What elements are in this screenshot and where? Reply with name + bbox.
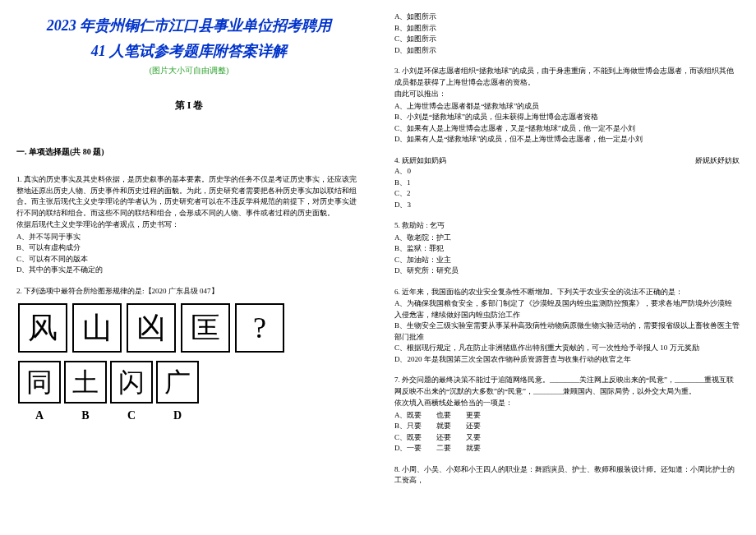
- q3-option-c: C、如果有人是上海世博会志愿者，又是“拯救地球”成员，他一定不是小刘: [394, 123, 740, 135]
- q2-box: ?: [235, 303, 284, 353]
- q3-stem: 3. 小刘是环保志愿者组织“拯救地球”的成员，由于身患重病，不能到上海做世博会志…: [394, 66, 740, 88]
- q5-stem: 5. 救助站 : 乞丐: [394, 220, 740, 232]
- doc-title-line2: 41 人笔试参考题库附答案详解: [16, 40, 362, 62]
- q2-option-labels: A B C D: [18, 407, 362, 424]
- question-5: 5. 救助站 : 乞丐 A、敬老院：护工 B、监狱：罪犯 C、加油站：业主 D、…: [394, 220, 740, 277]
- left-column: 2023 年贵州铜仁市江口县事业单位招考聘用 41 人笔试参考题库附答案详解 (…: [0, 0, 378, 535]
- q4-option-a: A、0: [394, 166, 740, 178]
- orphan-option-d: D、如图所示: [394, 45, 740, 57]
- right-column: A、如图所示 B、如图所示 C、如图所示 D、如图所示 3. 小刘是环保志愿者组…: [378, 0, 756, 535]
- section-1-heading: 一. 单项选择题(共 80 题): [16, 145, 362, 158]
- q1-option-c: C、可以有不同的版本: [16, 254, 362, 265]
- q3-option-a: A、上海世博会志愿者都是“拯救地球”的成员: [394, 101, 740, 113]
- q6-stem: 6. 近年来，我国面临的农业安全复杂性不断增加。下列关于农业安全的说法不正确的是…: [394, 287, 740, 298]
- q2-label-a: A: [18, 407, 61, 424]
- q2-box: 风: [18, 303, 67, 353]
- q2-label-d: D: [156, 407, 199, 424]
- q1-stem: 1. 真实的历史事实及其史料依据，是历史叙事的基本要素。历史学的任务不仅是考证历…: [16, 174, 362, 219]
- q2-box: 凶: [127, 303, 176, 353]
- q8-stem: 8. 小周、小吴、小郑和小王四人的职业是：舞蹈演员、护士、教师和服装设计师。还知…: [394, 464, 740, 487]
- q7-option-a: A、既要 也要 更要: [394, 410, 740, 422]
- q2-label-c: C: [110, 407, 153, 424]
- q5-option-a: A、敬老院：护工: [394, 233, 740, 244]
- orphan-option-c: C、如图所示: [394, 34, 740, 45]
- q4-right: 娇妮妖妤妨奴: [695, 155, 740, 167]
- q4-option-b: B、1: [394, 178, 740, 189]
- question-1: 1. 真实的历史事实及其史料依据，是历史叙事的基本要素。历史学的任务不仅是考证历…: [16, 174, 362, 276]
- orphan-option-a: A、如图所示: [394, 12, 740, 23]
- q4-stem-row: 4. 妩妍如如奶妈 娇妮妖妤妨奴: [394, 155, 740, 167]
- q1-option-b: B、可以有虚构成分: [16, 242, 362, 254]
- question-8: 8. 小周、小吴、小郑和小王四人的职业是：舞蹈演员、护士、教师和服装设计师。还知…: [394, 464, 740, 487]
- q6-option-d: D、2020 年是我国第三次全国农作物种质资源普查与收集行动的收官之年: [394, 354, 740, 366]
- orphan-option-b: B、如图所示: [394, 23, 740, 35]
- q5-option-c: C、加油站：业主: [394, 255, 740, 266]
- q2-figure: 风 山 凶 匡 ? 同 土 闪 广 A B C D: [18, 303, 362, 424]
- q6-option-a: A、为确保我国粮食安全，多部门制定了《沙漠蝗及国内蝗虫监测防控预案》，要求各地严…: [394, 298, 740, 321]
- image-resize-note: (图片大小可自由调整): [16, 64, 362, 76]
- q1-lead: 依据后现代主义史学理论的学者观点，历史书写：: [16, 219, 362, 231]
- q4-left: 4. 妩妍如如奶妈: [394, 155, 446, 167]
- q2-box: 山: [72, 303, 122, 353]
- q1-option-a: A、并不等同于事实: [16, 232, 362, 243]
- q2-figure-row1: 风 山 凶 匡 ?: [18, 303, 362, 353]
- orphan-options-top: A、如图所示 B、如图所示 C、如图所示 D、如图所示: [394, 12, 740, 56]
- q2-stem: 2. 下列选项中最符合所给图形规律的是:【2020 广东县级 047】: [16, 286, 362, 297]
- question-4: 4. 妩妍如如奶妈 娇妮妖妤妨奴 A、0 B、1 C、2 D、3: [394, 155, 740, 211]
- q6-option-b: B、生物安全三级实验室需要从事某种高致病性动物病原微生物实验活动的，需要报省级以…: [394, 321, 740, 343]
- q2-box: 广: [156, 361, 199, 404]
- q7-option-b: B、只要 就要 还要: [394, 421, 740, 432]
- q1-option-d: D、其中的事实是不确定的: [16, 265, 362, 276]
- volume-heading: 第 I 卷: [16, 98, 362, 113]
- q3-option-d: D、如果有人是“拯救地球”的成员，但不是上海世博会志愿者，他一定是小刘: [394, 134, 740, 145]
- q2-box: 闪: [110, 361, 153, 404]
- question-7: 7. 外交问题的最终决策不能过于追随网络民意。________关注网上反映出来的…: [394, 375, 740, 454]
- q2-figure-row2: 同 土 闪 广: [18, 361, 362, 404]
- question-3: 3. 小刘是环保志愿者组织“拯救地球”的成员，由于身患重病，不能到上海做世博会志…: [394, 66, 740, 145]
- q7-stem: 7. 外交问题的最终决策不能过于追随网络民意。________关注网上反映出来的…: [394, 375, 740, 397]
- q3-option-b: B、小刘是“拯救地球”的成员，但未获得上海世博会志愿者资格: [394, 112, 740, 123]
- question-6: 6. 近年来，我国面临的农业安全复杂性不断增加。下列关于农业安全的说法不正确的是…: [394, 287, 740, 366]
- q4-option-c: C、2: [394, 188, 740, 200]
- q5-option-d: D、研究所：研究员: [394, 265, 740, 277]
- q2-label-b: B: [64, 407, 107, 424]
- q2-box: 匡: [181, 303, 230, 353]
- question-2: 2. 下列选项中最符合所给图形规律的是:【2020 广东县级 047】 风 山 …: [16, 286, 362, 425]
- q7-option-c: C、既要 还要 又要: [394, 432, 740, 444]
- q5-option-b: B、监狱：罪犯: [394, 243, 740, 255]
- q2-box: 同: [18, 361, 61, 404]
- q4-option-d: D、3: [394, 200, 740, 211]
- doc-title-line1: 2023 年贵州铜仁市江口县事业单位招考聘用: [16, 15, 362, 37]
- q2-box: 土: [64, 361, 107, 404]
- q7-option-d: D、一要 二要 就要: [394, 443, 740, 454]
- q3-lead: 由此可以推出：: [394, 89, 740, 100]
- q7-lead: 依次填入画横线处最恰当的一项是：: [394, 398, 740, 409]
- q6-option-c: C、根据现行规定，凡在防止非洲猪瘟作出特别重大贡献的，可一次性给予举报人 10 …: [394, 343, 740, 354]
